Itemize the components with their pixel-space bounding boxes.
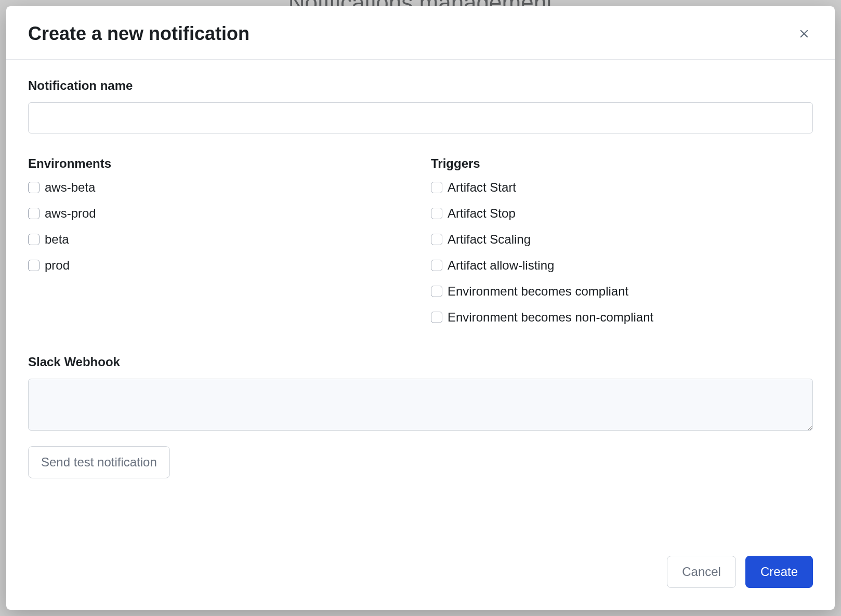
send-test-notification-button[interactable]: Send test notification: [28, 446, 170, 478]
checkbox-label: Environment becomes non-compliant: [448, 310, 653, 325]
modal-header: Create a new notification: [6, 6, 835, 60]
environments-list: aws-beta aws-prod beta prod: [28, 180, 410, 273]
environment-checkbox-aws-beta[interactable]: aws-beta: [28, 180, 410, 195]
checkbox-input[interactable]: [431, 234, 442, 245]
create-button[interactable]: Create: [745, 556, 813, 588]
triggers-list: Artifact Start Artifact Stop Artifact Sc…: [431, 180, 813, 325]
create-notification-modal: Create a new notification Notification n…: [6, 6, 835, 610]
triggers-column: Triggers Artifact Start Artifact Stop Ar…: [431, 156, 813, 325]
checkbox-label: Environment becomes compliant: [448, 284, 628, 299]
checkbox-input[interactable]: [28, 182, 40, 193]
trigger-checkbox-artifact-stop[interactable]: Artifact Stop: [431, 206, 813, 221]
trigger-checkbox-artifact-allow-listing[interactable]: Artifact allow-listing: [431, 258, 813, 273]
trigger-checkbox-artifact-scaling[interactable]: Artifact Scaling: [431, 232, 813, 247]
trigger-checkbox-env-non-compliant[interactable]: Environment becomes non-compliant: [431, 310, 813, 325]
checkbox-label: Artifact Stop: [448, 206, 516, 221]
checkbox-input[interactable]: [431, 286, 442, 297]
modal-title: Create a new notification: [28, 23, 249, 45]
checkbox-label: Artifact allow-listing: [448, 258, 554, 273]
notification-name-input[interactable]: [28, 102, 813, 133]
checkbox-label: Artifact Start: [448, 180, 516, 195]
environments-label: Environments: [28, 156, 410, 171]
environments-column: Environments aws-beta aws-prod beta: [28, 156, 410, 325]
environment-checkbox-aws-prod[interactable]: aws-prod: [28, 206, 410, 221]
checkbox-label: prod: [45, 258, 70, 273]
checkbox-input[interactable]: [431, 208, 442, 219]
notification-name-label: Notification name: [28, 78, 813, 93]
checkbox-label: Artifact Scaling: [448, 232, 531, 247]
checkbox-input[interactable]: [431, 312, 442, 323]
modal-footer: Cancel Create: [6, 556, 835, 610]
slack-webhook-section: Slack Webhook Send test notification: [28, 355, 813, 478]
checkbox-input[interactable]: [431, 260, 442, 271]
slack-webhook-label: Slack Webhook: [28, 355, 813, 369]
checkbox-label: aws-beta: [45, 180, 95, 195]
trigger-checkbox-env-compliant[interactable]: Environment becomes compliant: [431, 284, 813, 299]
modal-body: Notification name Environments aws-beta …: [6, 60, 835, 556]
checkbox-label: beta: [45, 232, 69, 247]
checkbox-input[interactable]: [28, 260, 40, 271]
environment-checkbox-beta[interactable]: beta: [28, 232, 410, 247]
checkbox-input[interactable]: [431, 182, 442, 193]
environment-checkbox-prod[interactable]: prod: [28, 258, 410, 273]
checkbox-input[interactable]: [28, 234, 40, 245]
triggers-label: Triggers: [431, 156, 813, 171]
close-icon: [797, 27, 811, 41]
checkbox-input[interactable]: [28, 208, 40, 219]
slack-webhook-input[interactable]: [28, 379, 813, 431]
close-button[interactable]: [795, 25, 813, 43]
cancel-button[interactable]: Cancel: [667, 556, 736, 588]
checkbox-label: aws-prod: [45, 206, 96, 221]
trigger-checkbox-artifact-start[interactable]: Artifact Start: [431, 180, 813, 195]
checkbox-columns: Environments aws-beta aws-prod beta: [28, 156, 813, 325]
